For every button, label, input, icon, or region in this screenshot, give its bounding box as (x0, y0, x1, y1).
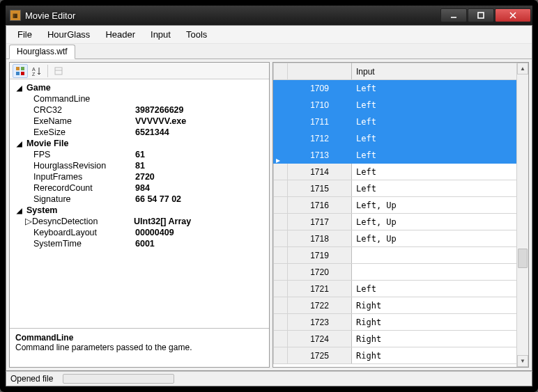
row-header[interactable]: 1709 (288, 80, 352, 97)
row-cell[interactable]: Right (352, 331, 528, 347)
row-header[interactable]: 1721 (288, 281, 352, 297)
row-header[interactable]: 1724 (288, 331, 352, 347)
row-cell[interactable]: Left, Up (352, 230, 528, 247)
table-row[interactable]: 1719 (274, 247, 528, 264)
table-row[interactable]: 1715Left (274, 180, 528, 197)
table-row[interactable]: 1722Right (274, 297, 528, 314)
table-row[interactable]: 1718Left, Up (274, 230, 528, 247)
property-row[interactable]: HourglassRevision81 (11, 160, 268, 171)
row-cell[interactable]: Right (352, 347, 528, 364)
row-marker[interactable] (274, 164, 288, 180)
row-marker[interactable] (274, 130, 288, 147)
row-header[interactable]: 1715 (288, 180, 352, 197)
row-marker[interactable] (274, 281, 288, 297)
row-header[interactable]: 1711 (288, 113, 352, 130)
close-button[interactable] (495, 8, 531, 22)
row-cell[interactable]: Left (352, 180, 528, 197)
row-cell[interactable]: Right (352, 297, 528, 314)
table-row[interactable]: 1712Left (274, 130, 528, 147)
category-movie-file[interactable]: ◢Movie File (11, 138, 268, 149)
property-row[interactable]: Signature66 54 77 02 (11, 194, 268, 205)
minimize-button[interactable] (440, 8, 467, 22)
grid-corner[interactable] (274, 63, 288, 80)
row-marker[interactable] (274, 347, 288, 364)
property-row[interactable]: ExeSize6521344 (11, 127, 268, 138)
propertygrid-body[interactable]: ◢GameCommandLineCRC323987266629ExeNameVV… (10, 79, 269, 328)
row-cell[interactable]: Left (352, 97, 528, 113)
alphabetical-icon[interactable]: AZ (29, 64, 45, 78)
categorized-icon[interactable] (13, 64, 28, 78)
grid-header-input[interactable]: Input (352, 63, 528, 80)
row-header[interactable]: 1710 (288, 97, 352, 113)
category-system[interactable]: ◢System (11, 205, 268, 216)
row-marker[interactable] (274, 264, 288, 281)
row-cell[interactable]: Left, Up (352, 197, 528, 214)
row-header[interactable]: 1718 (288, 230, 352, 247)
row-header[interactable]: 1717 (288, 214, 352, 230)
table-row[interactable]: 1710Left (274, 97, 528, 113)
row-marker[interactable] (274, 297, 288, 314)
row-cell[interactable]: Left (352, 164, 528, 180)
row-header[interactable]: 1713 (288, 147, 352, 164)
row-cell[interactable]: Left (352, 80, 528, 97)
row-marker[interactable] (274, 247, 288, 264)
row-header[interactable]: 1720 (288, 264, 352, 281)
scroll-up-icon[interactable]: ▲ (517, 63, 528, 75)
row-header[interactable]: 1722 (288, 297, 352, 314)
table-row[interactable]: 1717Left, Up (274, 214, 528, 230)
table-row[interactable]: 1709Left (274, 80, 528, 97)
menu-input[interactable]: Input (144, 26, 178, 42)
row-cell[interactable]: Left, Up (352, 214, 528, 230)
vertical-scrollbar[interactable]: ▲ ▼ (516, 63, 528, 367)
table-row[interactable]: 1716Left, Up (274, 197, 528, 214)
row-header[interactable]: 1723 (288, 314, 352, 331)
row-header[interactable]: 1725 (288, 347, 352, 364)
row-cell[interactable]: Right (352, 314, 528, 331)
row-cell[interactable]: Left (352, 130, 528, 147)
input-grid[interactable]: Input 1709Left1710Left1711Left1712Left17… (273, 63, 528, 367)
table-row[interactable]: 1714Left (274, 164, 528, 180)
row-cell[interactable] (352, 264, 528, 281)
titlebar[interactable]: ▦ Movie Editor (6, 6, 532, 25)
tab-hourglass-wtf[interactable]: Hourglass.wtf (9, 45, 75, 59)
row-marker[interactable] (274, 147, 288, 164)
maximize-button[interactable] (468, 8, 494, 22)
grid-header-frame[interactable] (288, 63, 352, 80)
row-marker[interactable] (274, 314, 288, 331)
row-cell[interactable]: Left (352, 147, 528, 164)
table-row[interactable]: 1723Right (274, 314, 528, 331)
row-cell[interactable] (352, 247, 528, 264)
row-marker[interactable] (274, 180, 288, 197)
row-marker[interactable] (274, 331, 288, 347)
scroll-down-icon[interactable]: ▼ (517, 355, 528, 367)
menu-hourglass[interactable]: HourGlass (40, 26, 97, 42)
table-row[interactable]: 1711Left (274, 113, 528, 130)
row-marker[interactable] (274, 230, 288, 247)
row-marker[interactable] (274, 197, 288, 214)
table-row[interactable]: 1724Right (274, 331, 528, 347)
property-row[interactable]: KeyboardLayout00000409 (11, 227, 268, 238)
scroll-track[interactable] (517, 75, 528, 355)
table-row[interactable]: 1725Right (274, 347, 528, 364)
row-marker[interactable] (274, 97, 288, 113)
row-header[interactable]: 1716 (288, 197, 352, 214)
property-row[interactable]: RerecordCount984 (11, 182, 268, 194)
property-row[interactable]: FPS61 (11, 149, 268, 160)
property-row[interactable]: InputFrames2720 (11, 171, 268, 182)
scroll-thumb[interactable] (518, 249, 528, 268)
property-row[interactable]: CRC323987266629 (11, 104, 268, 116)
row-cell[interactable]: Left (352, 281, 528, 297)
menu-header[interactable]: Header (98, 26, 142, 42)
row-marker[interactable] (274, 80, 288, 97)
property-row[interactable]: ExeNameVVVVVV.exe (11, 116, 268, 127)
category-game[interactable]: ◢Game (11, 82, 268, 93)
property-row[interactable]: SystemTime6001 (11, 238, 268, 249)
row-marker[interactable] (274, 214, 288, 230)
table-row[interactable]: 1720 (274, 264, 528, 281)
row-header[interactable]: 1719 (288, 247, 352, 264)
menu-file[interactable]: File (10, 26, 39, 42)
property-row[interactable]: ▷DesyncDetectionUInt32[] Array (11, 216, 268, 227)
row-header[interactable]: 1714 (288, 164, 352, 180)
property-pages-icon[interactable] (51, 64, 66, 78)
row-marker[interactable] (274, 113, 288, 130)
